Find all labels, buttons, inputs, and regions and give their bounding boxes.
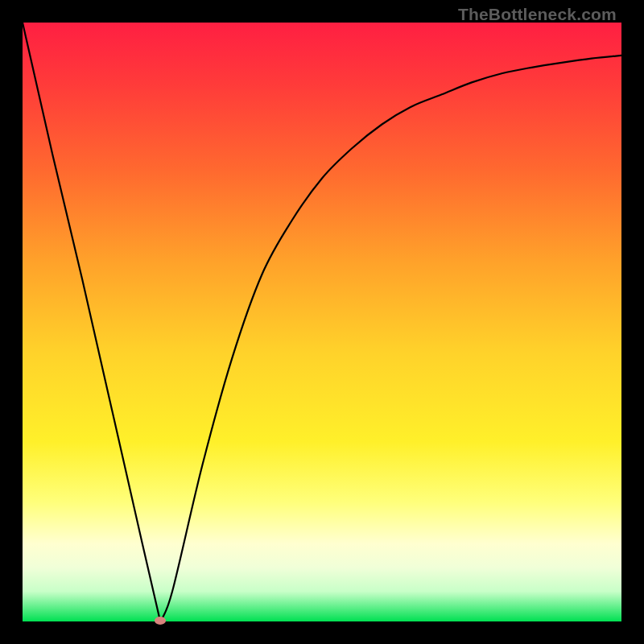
bottleneck-curve [23, 23, 621, 621]
chart-frame: TheBottleneck.com [0, 0, 644, 644]
min-marker [155, 617, 166, 625]
watermark-text: TheBottleneck.com [458, 5, 617, 24]
plot-area [23, 23, 621, 621]
